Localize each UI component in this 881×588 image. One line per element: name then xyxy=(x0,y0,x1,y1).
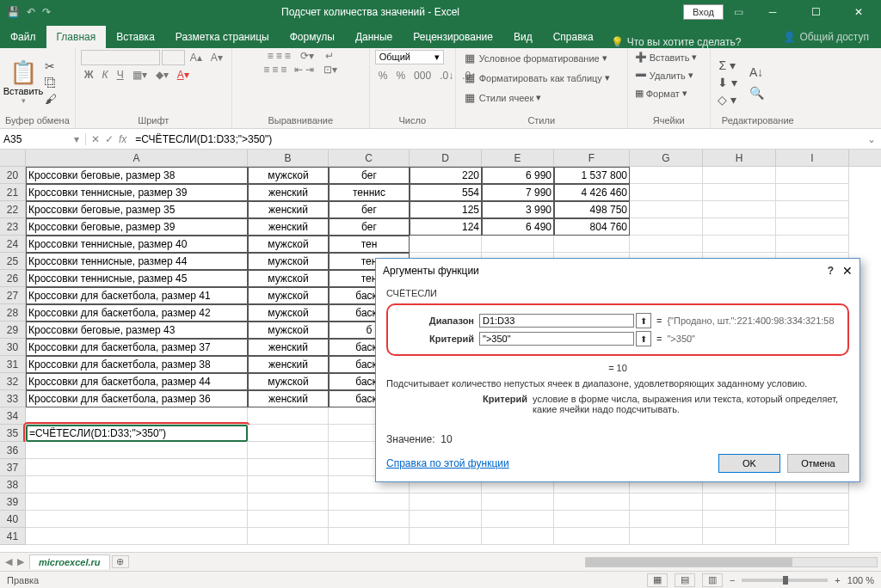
cell[interactable] xyxy=(703,511,776,528)
cell[interactable] xyxy=(703,236,776,253)
tab-home[interactable]: Главная xyxy=(46,26,107,48)
cell[interactable] xyxy=(410,511,482,528)
cell[interactable] xyxy=(410,493,482,511)
cell[interactable]: 220 xyxy=(410,167,482,184)
cell[interactable] xyxy=(776,167,849,184)
add-sheet-button[interactable]: ⊕ xyxy=(112,555,129,568)
cell[interactable]: женский xyxy=(248,339,329,356)
cell[interactable] xyxy=(703,201,776,218)
cell[interactable]: женский xyxy=(248,218,329,236)
accept-formula-icon[interactable]: ✓ xyxy=(105,133,114,145)
row-header[interactable]: 24 xyxy=(0,236,26,253)
cell[interactable] xyxy=(248,425,329,442)
tell-me-input[interactable]: 💡Что вы хотите сделать? xyxy=(611,36,742,48)
cell[interactable]: теннис xyxy=(329,184,410,201)
cell[interactable] xyxy=(410,236,482,253)
cell[interactable] xyxy=(482,511,554,528)
cell-styles-button[interactable]: ▦Стили ячеек▾ xyxy=(461,89,622,106)
criteria-input[interactable] xyxy=(479,332,634,346)
col-header[interactable]: A xyxy=(26,150,248,166)
row-header[interactable]: 28 xyxy=(0,304,26,322)
cell[interactable]: мужской xyxy=(248,270,329,287)
ribbon-display-icon[interactable]: ▭ xyxy=(729,6,749,18)
cell[interactable]: мужской xyxy=(248,322,329,339)
autosum-icon[interactable]: Σ ▾ xyxy=(718,58,736,72)
cell[interactable] xyxy=(776,218,849,236)
minimize-button[interactable]: ─ xyxy=(754,0,792,24)
cell[interactable]: мужской xyxy=(248,287,329,304)
row-header[interactable]: 33 xyxy=(0,390,26,407)
cell[interactable]: 3 990 xyxy=(482,201,554,218)
cancel-button[interactable]: Отмена xyxy=(787,454,849,473)
tab-view[interactable]: Вид xyxy=(503,26,543,48)
tab-help[interactable]: Справка xyxy=(543,26,604,48)
delete-cells-button[interactable]: ➖Удалить▾ xyxy=(633,68,705,83)
format-painter-icon[interactable]: 🖌 xyxy=(45,92,57,106)
col-header[interactable]: B xyxy=(248,150,329,166)
col-header[interactable]: F xyxy=(554,150,630,166)
number-format-select[interactable]: Общий▾ xyxy=(375,50,444,64)
prev-sheet-icon[interactable]: ◀ xyxy=(5,556,12,567)
conditional-formatting-button[interactable]: ▦Условное форматирование▾ xyxy=(461,50,622,66)
cell[interactable]: Кроссовки теннисные, размер 40 xyxy=(26,236,248,253)
cell[interactable]: бег xyxy=(329,167,410,184)
row-header[interactable]: 29 xyxy=(0,322,26,339)
page-layout-button[interactable]: ▤ xyxy=(675,573,695,587)
cell[interactable] xyxy=(482,493,554,511)
row-header[interactable]: 34 xyxy=(0,407,26,425)
row-header[interactable]: 31 xyxy=(0,356,26,373)
cell[interactable] xyxy=(248,493,329,511)
cell[interactable]: бег xyxy=(329,218,410,236)
dialog-close-button[interactable]: ✕ xyxy=(842,264,853,278)
cell[interactable] xyxy=(776,201,849,218)
sheet-tab[interactable]: microexcel.ru xyxy=(29,554,110,569)
cell[interactable]: Кроссовки беговые, размер 39 xyxy=(26,218,248,236)
row-header[interactable]: 40 xyxy=(0,511,26,528)
cell[interactable] xyxy=(329,493,410,511)
cell[interactable]: тен xyxy=(329,236,410,253)
row-header[interactable]: 36 xyxy=(0,442,26,459)
cell[interactable] xyxy=(26,528,248,545)
row-header[interactable]: 27 xyxy=(0,287,26,304)
cell[interactable]: Кроссовки беговые, размер 38 xyxy=(26,167,248,184)
close-button[interactable]: ✕ xyxy=(840,0,878,24)
format-cells-button[interactable]: ▦Формат▾ xyxy=(633,86,705,101)
cell[interactable] xyxy=(776,493,849,511)
cancel-formula-icon[interactable]: ✕ xyxy=(91,133,100,145)
cell[interactable] xyxy=(248,528,329,545)
normal-view-button[interactable]: ▦ xyxy=(647,573,668,587)
row-header[interactable]: 32 xyxy=(0,373,26,390)
cut-icon[interactable]: ✂ xyxy=(45,59,57,73)
cell[interactable]: 6 490 xyxy=(482,218,554,236)
row-header[interactable]: 35 xyxy=(0,425,26,442)
cell[interactable]: бег xyxy=(329,201,410,218)
cell[interactable] xyxy=(703,218,776,236)
zoom-slider[interactable] xyxy=(742,579,828,582)
formula-input[interactable]: =СЧЁТЕСЛИ(D1:D33;">350") xyxy=(132,133,862,145)
cell[interactable]: 125 xyxy=(410,201,482,218)
row-header[interactable]: 39 xyxy=(0,493,26,511)
select-all-button[interactable] xyxy=(0,150,26,166)
col-header[interactable]: D xyxy=(410,150,482,166)
cell[interactable] xyxy=(554,528,630,545)
horizontal-scrollbar[interactable] xyxy=(129,557,881,567)
cell[interactable] xyxy=(248,459,329,476)
cell[interactable]: Кроссовки теннисные, размер 44 xyxy=(26,253,248,270)
cell[interactable]: =СЧЁТЕСЛИ(D1:D33;">350") xyxy=(26,425,248,442)
row-header[interactable]: 20 xyxy=(0,167,26,184)
cell[interactable]: Кроссовки для баскетбола, размер 37 xyxy=(26,339,248,356)
help-link[interactable]: Справка по этой функции xyxy=(386,457,509,469)
fill-icon[interactable]: ⬇ ▾ xyxy=(718,76,737,89)
cell[interactable]: 554 xyxy=(410,184,482,201)
cell[interactable] xyxy=(630,201,703,218)
cell[interactable]: женский xyxy=(248,184,329,201)
cell[interactable]: мужской xyxy=(248,253,329,270)
cell[interactable] xyxy=(26,407,248,425)
cell[interactable]: Кроссовки теннисные, размер 45 xyxy=(26,270,248,287)
find-select-icon[interactable]: 🔍 xyxy=(749,86,764,100)
cell[interactable] xyxy=(26,476,248,493)
cell[interactable] xyxy=(703,493,776,511)
col-header[interactable]: E xyxy=(482,150,554,166)
cell[interactable]: Кроссовки беговые, размер 43 xyxy=(26,322,248,339)
next-sheet-icon[interactable]: ▶ xyxy=(17,556,24,567)
